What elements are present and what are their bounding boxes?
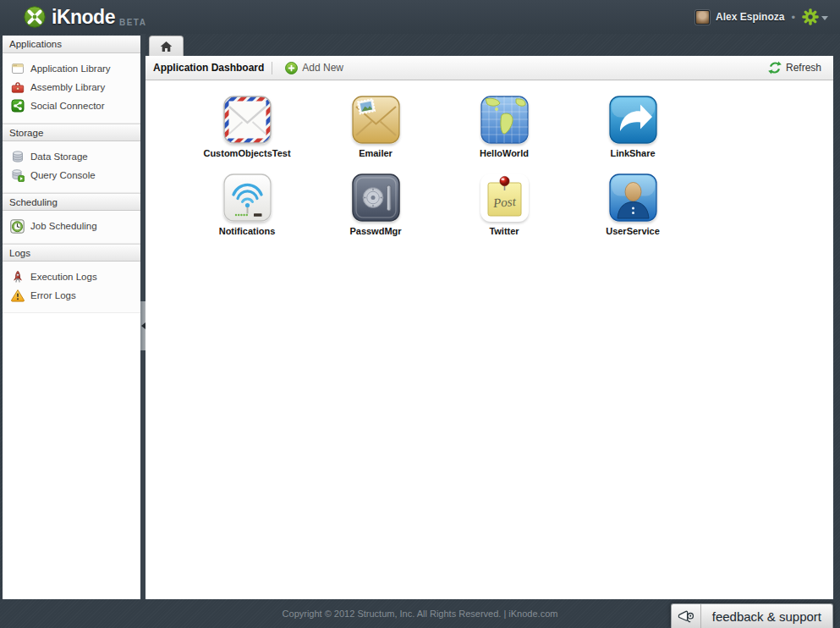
sidebar-section-scheduling: SchedulingJob Scheduling (3, 193, 140, 244)
app-tile-notifications[interactable]: Notifications (183, 174, 311, 251)
sidebar-item-label: Data Storage (30, 151, 88, 162)
iknode-logo-icon (24, 6, 46, 28)
refresh-icon (768, 61, 782, 74)
add-new-label: Add New (302, 62, 343, 74)
app-tile-emailer[interactable]: Emailer (311, 96, 440, 174)
app-label: Notifications (219, 226, 276, 236)
feedback-support-button[interactable]: feedback & support (671, 603, 833, 628)
toolbox-icon (10, 80, 25, 95)
tab-strip (145, 34, 833, 56)
megaphone-icon (672, 604, 701, 628)
sidebar-item-label: Query Console (30, 170, 96, 180)
main-panel: Application Dashboard Add New Refresh Cu… (145, 34, 833, 599)
chevron-down-icon (821, 16, 828, 20)
sidebar-item-query-console[interactable]: Query Console (3, 166, 140, 185)
sidebar-section-items: Application LibraryAssembly LibrarySocia… (3, 53, 140, 124)
copyright-text: Copyright © 2012 Structum, Inc. All Righ… (283, 609, 558, 619)
app-label: CustomObjectsTest (203, 148, 290, 158)
sidebar-section-storage: StorageData StorageQuery Console (3, 124, 140, 193)
app-label: PasswdMgr (349, 226, 401, 236)
app-tile-passwdmgr[interactable]: PasswdMgr (311, 174, 440, 251)
app-header: iKnode BETA Alex Espinoza • (0, 0, 840, 34)
sidebar-item-label: Application Library (30, 63, 111, 74)
app-label: Twitter (489, 226, 519, 236)
envelope-stamp-icon (352, 96, 400, 144)
person-icon (609, 174, 657, 222)
sidebar-section-header-logs[interactable]: Logs (3, 244, 140, 262)
wifi-router-icon (223, 174, 272, 222)
page-title: Application Dashboard (153, 62, 264, 74)
gear-icon (802, 8, 819, 25)
refresh-button[interactable]: Refresh (764, 58, 826, 77)
warning-icon (10, 289, 25, 303)
sticky-note-pin-icon: Post (480, 174, 529, 222)
app-label: Emailer (359, 148, 393, 158)
refresh-label: Refresh (786, 62, 821, 74)
app-label: HelloWorld (480, 148, 529, 158)
airmail-envelope-icon (223, 96, 272, 144)
globe-map-icon (480, 96, 529, 144)
iknode-logo: iKnode BETA (24, 6, 146, 29)
app-grid: CustomObjectsTestEmailerHelloWorldLinkSh… (145, 80, 833, 251)
separator-bullet: • (791, 11, 795, 24)
sidebar-section-logs: LogsExecution LogsError Logs (3, 244, 140, 313)
database-play-icon (10, 168, 25, 183)
sidebar-item-job-scheduling[interactable]: Job Scheduling (3, 217, 140, 235)
iknode-app: iKnode BETA Alex Espinoza • Applications… (0, 0, 840, 628)
safe-dial-icon (352, 174, 400, 222)
sidebar-section-items: Job Scheduling (3, 211, 140, 244)
collapse-left-icon (141, 322, 145, 329)
user-menu[interactable]: Alex Espinoza • (695, 8, 828, 25)
app-tile-twitter[interactable]: PostTwitter (440, 174, 568, 251)
sidebar-item-data-storage[interactable]: Data Storage (3, 147, 140, 166)
dashboard-content: CustomObjectsTestEmailerHelloWorldLinkSh… (145, 80, 833, 599)
tab-home[interactable] (149, 36, 184, 56)
user-avatar (695, 10, 710, 25)
home-icon (160, 41, 173, 52)
sidebar-section-header-scheduling[interactable]: Scheduling (3, 193, 140, 211)
app-tile-linkshare[interactable]: LinkShare (568, 96, 697, 174)
sidebar-item-label: Social Connector (30, 101, 105, 111)
svg-text:Post: Post (491, 195, 517, 210)
dashboard-toolbar: Application Dashboard Add New Refresh (145, 56, 833, 80)
plus-circle-icon (285, 62, 298, 74)
beta-badge: BETA (119, 18, 146, 27)
add-new-button[interactable]: Add New (281, 59, 348, 77)
sidebar-item-execution-logs[interactable]: Execution Logs (3, 267, 140, 286)
sidebar-item-application-library[interactable]: Application Library (3, 59, 140, 78)
settings-menu-button[interactable] (802, 8, 828, 25)
app-tile-helloworld[interactable]: HelloWorld (440, 96, 568, 174)
feedback-label: feedback & support (701, 604, 832, 628)
sidebar-section-header-applications[interactable]: Applications (3, 36, 140, 53)
sidebar-item-label: Assembly Library (30, 82, 105, 92)
sidebar: ApplicationsApplication LibraryAssembly … (3, 36, 140, 599)
app-label: LinkShare (610, 148, 655, 158)
logo-text: iKnode (52, 6, 115, 29)
sidebar-section-items: Execution LogsError Logs (3, 262, 140, 313)
clock-icon (10, 219, 25, 234)
share-arrow-icon (609, 96, 657, 144)
share-icon (10, 99, 25, 113)
app-tile-userservice[interactable]: UserService (568, 174, 697, 251)
sidebar-item-error-logs[interactable]: Error Logs (3, 286, 140, 305)
user-name: Alex Espinoza (716, 11, 784, 23)
sidebar-item-social-connector[interactable]: Social Connector (3, 96, 140, 115)
app-tile-customobjectstest[interactable]: CustomObjectsTest (183, 96, 311, 174)
sidebar-section-items: Data StorageQuery Console (3, 141, 140, 193)
sidebar-section-header-storage[interactable]: Storage (3, 124, 140, 141)
sidebar-item-assembly-library[interactable]: Assembly Library (3, 78, 140, 96)
window-icon (10, 62, 25, 76)
toolbar-divider (272, 62, 272, 74)
sidebar-item-label: Error Logs (30, 290, 76, 300)
app-label: UserService (606, 226, 660, 236)
sidebar-item-label: Execution Logs (30, 272, 97, 282)
database-icon (10, 150, 25, 164)
rocket-icon (10, 270, 25, 284)
sidebar-item-label: Job Scheduling (30, 221, 97, 231)
sidebar-section-applications: ApplicationsApplication LibraryAssembly … (3, 36, 140, 124)
